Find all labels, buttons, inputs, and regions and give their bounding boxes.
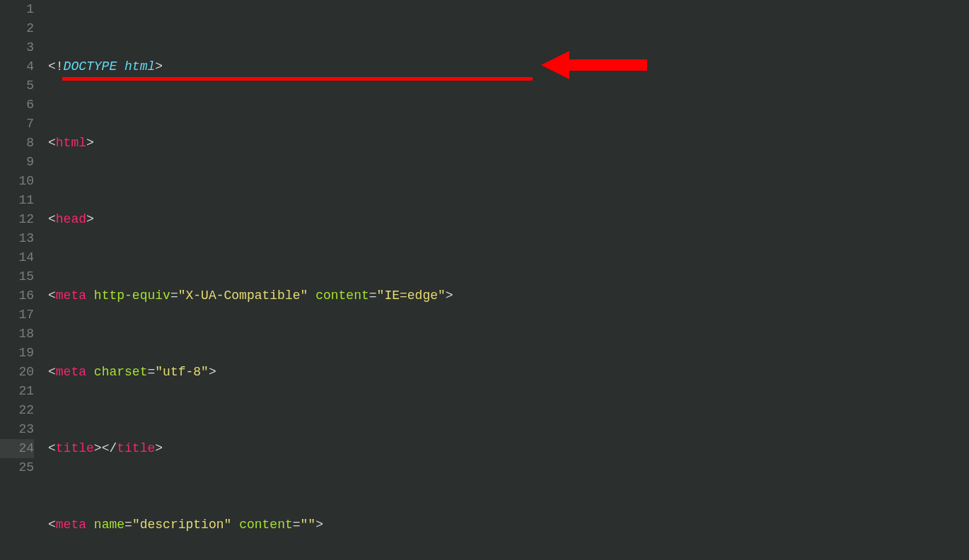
code-line[interactable]: <head> <box>48 210 969 229</box>
line-number: 13 <box>0 229 34 248</box>
line-number: 5 <box>0 76 34 95</box>
line-number: 22 <box>0 401 34 420</box>
line-number: 17 <box>0 305 34 325</box>
line-number: 20 <box>0 363 34 382</box>
line-number: 21 <box>0 382 34 401</box>
line-number: 10 <box>0 172 34 191</box>
line-number: 12 <box>0 210 34 229</box>
line-number: 6 <box>0 95 34 115</box>
line-number: 16 <box>0 286 34 305</box>
line-number: 19 <box>0 344 34 363</box>
line-number: 11 <box>0 191 34 210</box>
annotation-underline <box>62 77 533 81</box>
line-number: 15 <box>0 267 34 286</box>
line-number: 4 <box>0 57 34 76</box>
code-line[interactable]: <html> <box>48 134 969 153</box>
line-number: 1 <box>0 0 34 19</box>
code-line[interactable]: <title></title> <box>48 439 969 458</box>
line-number: 8 <box>0 134 34 153</box>
line-number: 7 <box>0 115 34 134</box>
code-editor[interactable]: 1 2 3 4 5 6 7 8 9 10 11 12 13 14 15 16 1… <box>0 0 969 560</box>
code-line[interactable]: <meta name="description" content=""> <box>48 515 969 535</box>
code-line-highlighted[interactable]: <meta http-equiv="X-UA-Compatible" conte… <box>48 286 969 305</box>
line-number: 24 <box>0 439 34 458</box>
line-number: 23 <box>0 420 34 439</box>
line-number: 3 <box>0 38 34 57</box>
code-line[interactable]: <!DOCTYPE html> <box>48 57 969 76</box>
code-line[interactable]: <meta charset="utf-8"> <box>48 363 969 382</box>
line-number: 25 <box>0 458 34 477</box>
line-number: 18 <box>0 325 34 344</box>
line-number: 2 <box>0 19 34 38</box>
line-number-gutter: 1 2 3 4 5 6 7 8 9 10 11 12 13 14 15 16 1… <box>0 0 48 560</box>
line-number: 9 <box>0 153 34 172</box>
line-number: 14 <box>0 248 34 267</box>
code-content[interactable]: <!DOCTYPE html> <html> <head> <meta http… <box>48 0 969 560</box>
